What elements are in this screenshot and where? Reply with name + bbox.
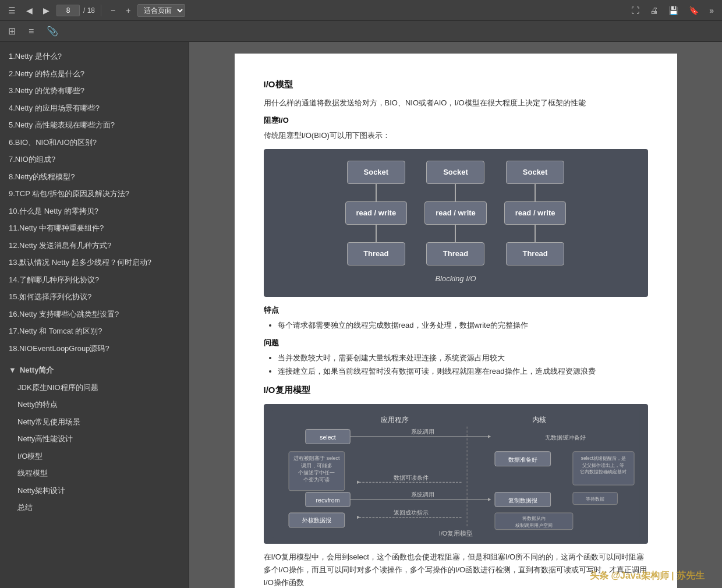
sidebar-item-4[interactable]: 4.Netty 的应用场景有哪些? [0, 100, 189, 117]
fit-select[interactable]: 适合页面 [137, 4, 185, 17]
more-btn[interactable]: » [706, 3, 717, 17]
feature-item-1: 每个请求都需要独立的线程完成数据read，业务处理，数据write的完整操作 [278, 319, 648, 332]
bio-col-3: Socket read / write Thread [504, 161, 567, 265]
sidebar-item-summary[interactable]: 总结 [0, 499, 189, 516]
svg-text:调用，可能多: 调用，可能多 [300, 463, 332, 469]
svg-text:个变为可读: 个变为可读 [303, 477, 330, 483]
svg-text:内核: 内核 [532, 416, 546, 424]
sidebar-item-feature[interactable]: Netty的特点 [0, 396, 189, 413]
view-toolbar: ⊞ ≡ 📎 [0, 21, 722, 42]
svg-text:复制数据报: 复制数据报 [508, 497, 537, 504]
feature-list: 每个请求都需要独立的线程完成数据read，业务处理，数据write的完整操作 [264, 319, 648, 332]
bio-diagram-label: Blocking I/O [435, 272, 476, 285]
attach-btn[interactable]: 📎 [43, 23, 62, 39]
sidebar-item-12[interactable]: 12.Netty 发送消息有几种方式? [0, 237, 189, 254]
sidebar-item-thread[interactable]: 线程模型 [0, 465, 189, 482]
bio-diagram: Socket read / write Thread Socket read /… [264, 149, 648, 297]
sidebar-item-18[interactable]: 18.NIOEventLoopGroup源码? [0, 340, 189, 357]
socket-box-2: Socket [426, 161, 484, 184]
sidebar-item-6[interactable]: 6.BIO、NIO和AIO的区别? [0, 134, 189, 151]
problem-label: 问题 [264, 336, 648, 349]
svg-text:系统调用: 系统调用 [410, 428, 434, 435]
sidebar-item-8[interactable]: 8.Netty的线程模型? [0, 168, 189, 186]
svg-text:无数据缓冲备好: 无数据缓冲备好 [545, 434, 586, 441]
sidebar-item-15[interactable]: 15.如何选择序列化协议? [0, 288, 189, 306]
sidebar-item-perf[interactable]: Netty高性能设计 [0, 430, 189, 448]
thread-box-3: Thread [506, 242, 564, 265]
svg-text:select就绪提醒后，是: select就绪提醒后，是 [581, 456, 625, 461]
sidebar-item-13[interactable]: 13.默认情况 Netty 起多少线程？何时启动? [0, 254, 189, 271]
section-io-title: I/O模型 [264, 77, 648, 92]
svg-text:将数据从内: 将数据从内 [521, 516, 545, 522]
separator1 [101, 5, 101, 16]
sidebar-item-7[interactable]: 7.NIO的组成? [0, 151, 189, 168]
sidebar-item-10[interactable]: 10.什么是 Netty 的零拷贝? [0, 203, 189, 220]
sidebar-item-3[interactable]: 3.Netty 的优势有哪些? [0, 82, 189, 100]
sidebar: 1.Netty 是什么? 2.Netty 的特点是什么? 3.Netty 的优势… [0, 42, 189, 588]
line-3b [535, 225, 536, 242]
section-io-desc: 用什么样的通道将数据发送给对方，BIO、NIO或者AIO，I/O模型在很大程度上… [264, 97, 648, 109]
page-separator: / 18 [83, 6, 95, 15]
thread-box-2: Thread [426, 242, 484, 265]
problem-item-2: 连接建立后，如果当前线程暂时没有数据可读，则线程就阻塞在read操作上，造成线程… [278, 365, 648, 378]
iom-desc1: 在I/O复用模型中，会用到select，这个函数也会使进程阻塞，但是和阻塞I/O… [264, 551, 648, 588]
main-layout: 1.Netty 是什么? 2.Netty 的特点是什么? 3.Netty 的优势… [0, 42, 722, 588]
sidebar-item-2[interactable]: 2.Netty 的特点是什么? [0, 65, 189, 83]
sidebar-item-5[interactable]: 5.Netty 高性能表现在哪些方面? [0, 116, 189, 134]
svg-text:应用程序: 应用程序 [380, 416, 408, 424]
list-view-btn[interactable]: ≡ [25, 24, 37, 39]
line-2a [455, 184, 456, 201]
zoom-out-btn[interactable]: − [107, 3, 119, 17]
page-input[interactable]: 8 [56, 5, 80, 16]
bio-socket-row: Socket read / write Thread Socket read /… [345, 161, 567, 265]
svg-text:外核数据报: 外核数据报 [302, 517, 331, 523]
svg-text:进程被阻塞于 select: 进程被阻塞于 select [293, 455, 339, 461]
blocking-io-label: 阻塞I/O [264, 114, 648, 127]
rw-box-1: read / write [345, 201, 408, 225]
forward-btn[interactable]: ▶ [40, 3, 53, 17]
iom-diagram: 应用程序 内核 select 系统调用 无数据缓冲备好 进程被阻塞于 selec… [264, 404, 648, 544]
svg-text:数据准备好: 数据准备好 [508, 456, 537, 463]
rw-box-3: read / write [504, 201, 567, 225]
rw-box-2: read / write [424, 201, 487, 225]
sidebar-section-netty[interactable]: ▼Netty简介 [0, 362, 189, 379]
pdf-area[interactable]: I/O模型 用什么样的通道将数据发送给对方，BIO、NIO或者AIO，I/O模型… [189, 42, 722, 588]
sidebar-item-9[interactable]: 9.TCP 粘包/拆包的原因及解决方法? [0, 185, 189, 203]
zoom-in-btn[interactable]: + [122, 3, 134, 17]
sidebar-item-jdk[interactable]: JDK原生NIO程序的问题 [0, 379, 189, 396]
sidebar-item-io[interactable]: I/O模型 [0, 448, 189, 465]
svg-text:核制调用用户空间: 核制调用用户空间 [514, 523, 552, 528]
bio-col-2: Socket read / write Thread [424, 161, 487, 265]
bio-col-1: Socket read / write Thread [345, 161, 408, 265]
sidebar-item-11[interactable]: 11.Netty 中有哪种重要组件? [0, 219, 189, 237]
line-1a [376, 184, 377, 201]
print-btn[interactable]: 🖨 [646, 3, 661, 17]
fullscreen-btn[interactable]: ⛶ [628, 3, 643, 17]
sidebar-item-17[interactable]: 17.Netty 和 Tomcat 的区别? [0, 323, 189, 340]
svg-text:父父操作读出上，等: 父父操作读出上，等 [582, 463, 624, 468]
thread-box-1: Thread [347, 242, 405, 265]
svg-text:返回成功指示: 返回成功指示 [394, 509, 429, 516]
save-btn[interactable]: 💾 [665, 3, 682, 17]
sidebar-toggle-btn[interactable]: ☰ [5, 3, 19, 17]
socket-box-1: Socket [347, 161, 405, 184]
sidebar-item-1[interactable]: 1.Netty 是什么? [0, 48, 189, 65]
svg-text:I/O复用模型: I/O复用模型 [438, 530, 472, 537]
svg-text:select: select [320, 434, 336, 441]
iom-svg: 应用程序 内核 select 系统调用 无数据缓冲备好 进程被阻塞于 selec… [270, 410, 642, 538]
blocking-io-desc: 传统阻塞型I/O(BIO)可以用下图表示： [264, 129, 648, 142]
main-toolbar: ☰ ◀ ▶ 8 / 18 − + 适合页面 ⛶ 🖨 💾 🔖 » [0, 0, 722, 21]
sidebar-item-14[interactable]: 14.了解哪几种序列化协议? [0, 271, 189, 289]
line-3a [535, 184, 536, 201]
svg-text:个描述字中任一: 个描述字中任一 [298, 470, 335, 476]
bookmark-btn[interactable]: 🔖 [685, 3, 702, 17]
socket-box-3: Socket [506, 161, 564, 184]
svg-text:数据可读条件: 数据可读条件 [394, 474, 429, 481]
back-btn[interactable]: ◀ [23, 3, 36, 17]
line-1b [376, 225, 377, 242]
grid-view-btn[interactable]: ⊞ [5, 23, 19, 39]
sidebar-item-16[interactable]: 16.Netty 支持哪些心跳类型设置? [0, 306, 189, 323]
sidebar-item-scene[interactable]: Netty常见使用场景 [0, 413, 189, 431]
sidebar-item-arch[interactable]: Netty架构设计 [0, 482, 189, 500]
svg-text:它内数据控确确定基对: 它内数据控确确定基对 [580, 469, 627, 474]
